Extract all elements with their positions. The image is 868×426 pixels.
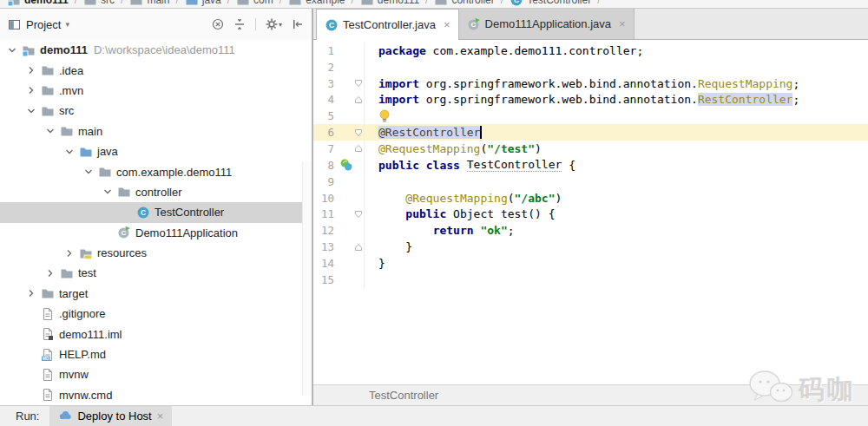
chevron-expanded-icon[interactable] [7,45,19,56]
chevron-collapsed-icon[interactable] [45,268,57,279]
spring-bean-icon[interactable] [340,159,352,171]
breadcrumb-separator: / [419,0,434,6]
code-line-12[interactable]: 12 return "ok"; [313,222,868,239]
code-line-3[interactable]: 3import org.springframework.web.bind.ann… [313,75,868,92]
breadcrumb-item[interactable]: demo111 [7,0,69,7]
code-line-8[interactable]: 8public class TestController { [313,157,868,174]
code-line-5[interactable]: 5 [313,108,868,124]
editor-gutter: 11 [313,206,365,222]
code-token [378,207,405,220]
breadcrumb-item[interactable]: controller [434,0,494,7]
code-line-6[interactable]: 6@RestController [313,124,868,141]
tree-item-main[interactable]: main [0,121,312,141]
chevron-collapsed-icon[interactable] [64,248,76,259]
tree-item--mvn[interactable]: .mvn [0,81,312,101]
line-number: 3 [313,77,339,90]
editor-tab-bar: CTestController.java×CDemo111Application… [312,9,868,40]
md-file-icon: MD [41,348,55,362]
code-line-11[interactable]: 11 public Object test() { [313,206,868,222]
close-icon[interactable]: × [157,410,164,423]
locate-button[interactable] [212,18,224,30]
line-number: 11 [313,207,339,220]
collapse-all-icon [233,18,246,30]
chevron-collapsed-icon[interactable] [26,288,38,298]
breadcrumb-item[interactable]: com [236,0,273,7]
editor-breadcrumb-item[interactable]: TestController [369,389,438,402]
close-icon[interactable]: × [619,17,626,30]
tree-item-demo111-iml[interactable]: demo111.iml [0,324,312,344]
breadcrumb-label: controller [451,0,494,6]
tree-item-controller[interactable]: controller [0,182,312,202]
line-number: 13 [313,240,339,253]
tree-item-com-example-demo111[interactable]: com.example.demo111 [0,161,312,181]
tree-item-java[interactable]: java [0,141,312,161]
editor-tab-demo111application-java[interactable]: CDemo111Application.java× [459,9,635,39]
line-number: 12 [313,224,339,237]
code-line-1[interactable]: 1package com.example.demo111.controller; [313,43,868,59]
code-token: com.example.demo111.controller; [426,44,643,57]
code-line-7[interactable]: 7@RequestMapping("/test") [313,141,868,157]
fold-end-icon[interactable] [354,144,363,153]
code-line-9[interactable]: 9 [313,174,868,190]
chevron-expanded-icon[interactable] [45,126,57,136]
breadcrumb-item[interactable]: java [185,0,221,7]
collapse-all-button[interactable] [233,18,246,30]
editor-tab-testcontroller-java[interactable]: CTestController.java× [316,9,459,40]
code-editor[interactable]: 1package com.example.demo111.controller;… [313,40,868,384]
code-line-10[interactable]: 10 @RequestMapping("/abc") [313,190,868,206]
tree-item-src[interactable]: src [0,101,312,121]
run-tab-deploy-to-host[interactable]: Deploy to Host × [49,406,172,426]
chevron-down-icon[interactable]: ▾ [65,20,69,29]
code-line-14[interactable]: 14} [313,255,868,272]
chevron-expanded-icon[interactable] [26,106,38,116]
breadcrumb-item[interactable]: main [129,0,169,7]
editor-gutter: 1 [313,43,365,59]
tree-item-test[interactable]: test [0,263,312,283]
chevron-expanded-icon[interactable] [102,187,115,197]
hide-panel-button[interactable] [292,18,304,30]
tree-item-testcontroller[interactable]: CTestController [0,202,312,222]
breadcrumb-label: demo111 [378,0,419,6]
project-scrollbar[interactable] [302,161,312,396]
chevron-expanded-icon[interactable] [83,167,95,177]
line-number: 2 [313,61,339,74]
chevron-collapsed-icon[interactable] [26,65,38,75]
fold-start-icon[interactable] [354,128,363,137]
tree-item-demo111[interactable]: demo111D:\workspace\idea\demo111 [0,40,312,60]
code-line-2[interactable]: 2 [313,59,868,75]
tree-item-help-md[interactable]: MDHELP.md [0,344,312,364]
breadcrumb-item[interactable]: CTestController [510,0,591,7]
tree-item-mvnw-cmd[interactable]: mvnw.cmd [0,385,312,405]
tree-item-mvnw[interactable]: mvnw [0,364,312,384]
breadcrumb-item[interactable]: src [83,0,115,7]
fold-start-icon[interactable] [354,79,363,88]
fold-end-icon[interactable] [354,95,363,104]
chevron-collapsed-icon[interactable] [26,85,38,95]
lightbulb-icon[interactable] [378,109,391,123]
tree-item-resources[interactable]: resources [0,243,312,263]
svg-text:C: C [470,21,476,29]
code-line-13[interactable]: 13 } [313,239,868,255]
code-line-15[interactable]: 15 [313,272,868,288]
chevron-expanded-icon[interactable] [64,147,76,157]
code-text: package com.example.demo111.controller; [365,44,643,57]
breadcrumb-item[interactable]: example [288,0,345,7]
breadcrumb-item[interactable]: demo111 [360,0,419,7]
tree-item-demo111application[interactable]: CDemo111Application [0,223,312,243]
code-line-4[interactable]: 4import org.springframework.web.bind.ann… [313,92,868,108]
tree-item--idea[interactable]: .idea [0,60,312,80]
code-token: "/test" [487,142,535,155]
text-caret [480,126,482,139]
editor-gutter: 7 [313,141,365,157]
fold-start-icon[interactable] [354,210,363,219]
settings-button[interactable]: ▾ [266,18,282,30]
code-token: ; [508,224,515,237]
tree-item-target[interactable]: target [0,284,312,304]
tree-item-label: resources [97,246,147,259]
close-icon[interactable]: × [444,18,450,31]
fold-end-icon[interactable] [354,243,363,252]
breadcrumb-label: com [253,0,273,6]
editor-gutter: 15 [313,272,365,288]
tree-item--gitignore[interactable]: .gitignore [0,304,312,324]
breadcrumb-label: TestController [527,0,591,6]
